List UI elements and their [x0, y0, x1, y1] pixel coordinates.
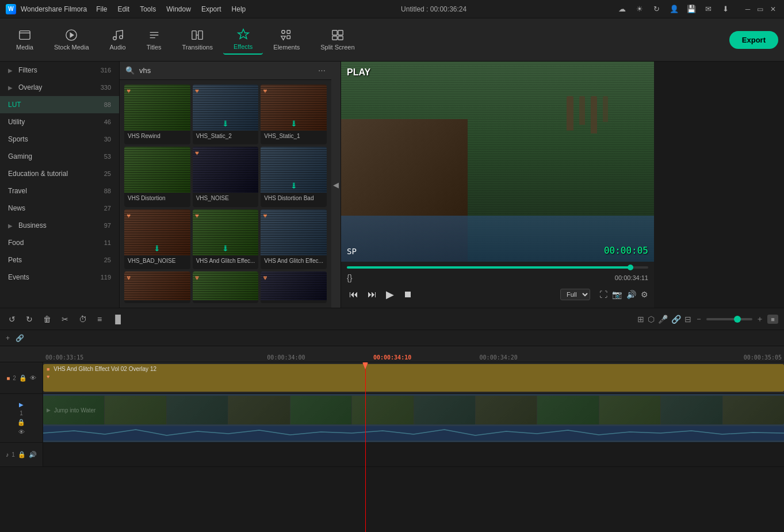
sidebar-item-news[interactable]: News 27	[0, 200, 119, 217]
volume-icon[interactable]: 🔊	[626, 290, 636, 299]
effect-card-vhs-glitch-1[interactable]: ♥ ⬇ VHS And Glitch Effec...	[193, 209, 259, 269]
add-track-button[interactable]: +	[6, 334, 10, 342]
undo-button[interactable]: ↺	[6, 313, 18, 326]
lock-icon-1[interactable]: 🔒	[17, 419, 25, 426]
minimize-button[interactable]: ─	[743, 4, 753, 14]
sidebar-item-gaming[interactable]: Gaming 53	[0, 148, 119, 165]
audio-wave-1	[43, 426, 784, 441]
link-tracks-button[interactable]: 🔗	[16, 334, 24, 342]
clip-speed-button[interactable]: ▐▌	[109, 313, 127, 326]
brightness-icon[interactable]: ☀	[634, 4, 645, 14]
menu-export[interactable]: Export	[197, 4, 226, 14]
menu-window[interactable]: Window	[162, 4, 196, 14]
toolbar-titles[interactable]: Titles	[136, 25, 172, 54]
export-button[interactable]: Export	[729, 31, 778, 49]
sidebar-item-filters[interactable]: ▶Filters 316	[0, 62, 119, 79]
zoom-slider[interactable]	[706, 318, 752, 320]
audio-settings-button[interactable]: ≡	[94, 313, 105, 326]
effect-card-vhs-bad-noise[interactable]: ♥ ⬇ VHS_BAD_NOISE	[124, 209, 190, 269]
menu-tools[interactable]: Tools	[135, 4, 160, 14]
fullscreen-icon[interactable]: ⛶	[599, 290, 607, 299]
effect-card-row4-1[interactable]: ♥	[124, 271, 190, 303]
email-icon[interactable]: ✉	[703, 4, 714, 14]
svg-rect-0	[20, 31, 30, 40]
voiceover-icon[interactable]: 🎤	[658, 315, 668, 324]
sidebar-item-overlay[interactable]: ▶Overlay 330	[0, 79, 119, 96]
snapshot-icon[interactable]: 📷	[612, 290, 622, 299]
close-button[interactable]: ✕	[768, 4, 778, 14]
clip-icon-2: ■	[47, 366, 49, 372]
settings-icon[interactable]: ⚙	[641, 290, 648, 299]
sidebar-item-business[interactable]: ▶Business 97	[0, 217, 119, 234]
audio-mute-icon[interactable]: 🔊	[29, 451, 37, 458]
track-number-2: 2	[13, 375, 16, 381]
zoom-in-icon[interactable]: ＋	[756, 314, 764, 324]
sidebar-item-utility[interactable]: Utility 46	[0, 113, 119, 131]
effect-label: VHS_BAD_NOISE	[124, 255, 190, 266]
audio-lock-icon[interactable]: 🔒	[18, 451, 26, 458]
track-label-1: ▶ 1 🔒 👁	[0, 394, 43, 442]
redo-button[interactable]: ↻	[23, 313, 36, 326]
effect-card-row4-2[interactable]: ♥	[193, 271, 259, 303]
stop-button[interactable]: ⏹	[401, 287, 415, 302]
maximize-button[interactable]: ▭	[755, 4, 766, 14]
lock-icon-2[interactable]: 🔒	[19, 374, 27, 382]
step-back-button[interactable]: ⏭	[365, 287, 379, 302]
split-icon[interactable]: ⊟	[684, 315, 691, 324]
download-icon[interactable]: ⬇	[721, 4, 731, 14]
effect-card-vhs-glitch-2[interactable]: ♥ VHS And Glitch Effec...	[261, 209, 327, 269]
toolbar-effects[interactable]: Effects	[223, 25, 263, 55]
effect-card-row4-3[interactable]: ♥	[261, 271, 327, 303]
search-input[interactable]	[139, 66, 313, 75]
account-icon[interactable]: 👤	[669, 4, 679, 14]
ripple-icon[interactable]: ⬡	[648, 315, 655, 324]
menu-file[interactable]: File	[91, 4, 112, 14]
snap-icon[interactable]: ⊞	[637, 315, 644, 324]
sidebar-item-sports[interactable]: Sports 30	[0, 131, 119, 148]
speed-button[interactable]: ⏱	[76, 313, 90, 326]
sidebar-item-travel[interactable]: Travel 88	[0, 182, 119, 200]
effect-card-vhs-noise[interactable]: ♥ VHS_NOISE	[193, 147, 259, 206]
effect-card-vhs-distortion[interactable]: VHS Distortion	[124, 147, 190, 206]
effect-card-vhs-static-2[interactable]: ♥ ⬇ VHS_Static_2	[193, 85, 259, 144]
sidebar-item-lut[interactable]: LUT 88	[0, 96, 119, 113]
sidebar-item-food[interactable]: Food 11	[0, 234, 119, 251]
delete-button[interactable]: 🗑	[40, 313, 54, 326]
effect-label: VHS Distortion Bad	[261, 193, 327, 204]
sidebar-item-pets[interactable]: Pets 25	[0, 251, 119, 269]
progress-bar[interactable]	[347, 266, 648, 269]
toolbar-transitions[interactable]: Transitions	[172, 25, 223, 54]
save-icon[interactable]: 💾	[686, 4, 697, 14]
grid-options-icon[interactable]: ⋯	[318, 66, 326, 75]
eye-icon-1[interactable]: 👁	[18, 428, 25, 435]
effect-card-vhs-static-1[interactable]: ♥ ⬇ VHS_Static_1	[261, 85, 327, 144]
eye-icon-2[interactable]: 👁	[30, 374, 36, 381]
toolbar-elements[interactable]: Elements	[263, 25, 310, 54]
video-clip-1[interactable]: ▶ Jump into Water	[43, 396, 784, 424]
cloud-icon[interactable]: ☁	[617, 4, 628, 14]
effect-card-vhs-rewind[interactable]: ♥ VHS Rewind	[124, 85, 190, 144]
sidebar-item-events[interactable]: Events 119	[0, 269, 119, 286]
toolbar-audio[interactable]: Audio	[100, 25, 136, 54]
sidebar-item-education[interactable]: Education & tutorial 25	[0, 165, 119, 182]
toolbar-media[interactable]: Media	[6, 25, 44, 54]
quality-select[interactable]: Full	[560, 289, 590, 300]
cut-button[interactable]: ✂	[59, 313, 71, 326]
sync-icon[interactable]: ↻	[652, 4, 662, 14]
toolbar-stock-media[interactable]: Stock Media	[44, 25, 100, 54]
fit-icon[interactable]: ■	[767, 315, 778, 324]
svg-rect-12	[338, 30, 343, 35]
download-icon: ⬇	[222, 244, 229, 253]
scroll-arrow[interactable]: ◀	[331, 62, 341, 308]
play-button[interactable]: ▶	[384, 286, 396, 303]
title-center: Untitled : 00:00:36:24	[401, 5, 466, 13]
playhead[interactable]	[365, 362, 366, 532]
link-icon[interactable]: 🔗	[671, 315, 681, 324]
menu-edit[interactable]: Edit	[113, 4, 135, 14]
zoom-out-icon[interactable]: －	[695, 314, 703, 324]
toolbar-split-screen[interactable]: Split Screen	[310, 25, 365, 54]
menu-help[interactable]: Help	[227, 4, 251, 14]
rewind-button[interactable]: ⏮	[347, 287, 361, 302]
track-clip-2[interactable]: ■ VHS And Glitch Effect Vol 02 Overlay 1…	[43, 364, 784, 392]
effect-card-vhs-distortion-bad[interactable]: ⬇ VHS Distortion Bad	[261, 147, 327, 206]
